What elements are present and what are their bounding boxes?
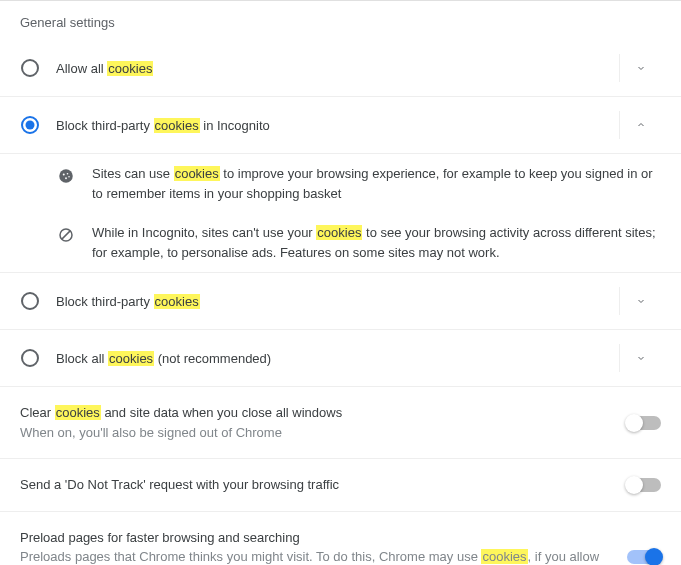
toggle-dnt-row: Send a 'Do Not Track' request with your … [0,459,681,512]
svg-point-10 [22,293,38,309]
option-block-third-party[interactable]: Block third-party cookies [0,273,681,330]
svg-point-3 [59,169,73,183]
toggle-title: Clear cookies and site data when you clo… [20,403,607,423]
option-allow-all[interactable]: Allow all cookies [0,40,681,97]
toggle-subtitle: Preloads pages that Chrome thinks you mi… [20,547,607,565]
svg-point-4 [63,174,65,176]
svg-line-9 [62,231,70,239]
toggle-clear-cookies[interactable] [627,416,661,430]
cookie-icon [56,166,76,186]
option-detail-block: Sites can use cookies to improve your br… [0,154,681,273]
radio-icon-selected [20,115,40,135]
option-label: Block third-party cookies [56,294,609,309]
radio-icon [20,58,40,78]
block-icon [56,225,76,245]
detail-text: Sites can use cookies to improve your br… [92,164,661,203]
toggle-do-not-track[interactable] [627,478,661,492]
collapse-button[interactable] [619,111,661,139]
option-block-all[interactable]: Block all cookies (not recommended) [0,330,681,387]
svg-point-2 [26,121,35,130]
toggle-title: Send a 'Do Not Track' request with your … [20,475,607,495]
radio-icon [20,348,40,368]
svg-point-11 [22,350,38,366]
toggle-subtitle: When on, you'll also be signed out of Ch… [20,423,607,443]
toggle-clear-cookies-row: Clear cookies and site data when you clo… [0,387,681,459]
chevron-up-icon [635,119,647,131]
chevron-down-icon [635,295,647,307]
chevron-down-icon [635,352,647,364]
toggle-title: Preload pages for faster browsing and se… [20,528,607,548]
option-label: Block third-party cookies in Incognito [56,118,609,133]
section-heading: General settings [0,1,681,40]
expand-button[interactable] [619,287,661,315]
svg-point-6 [65,177,67,179]
detail-text: While in Incognito, sites can't use your… [92,223,661,262]
option-block-third-party-incognito[interactable]: Block third-party cookies in Incognito [0,97,681,154]
option-label: Block all cookies (not recommended) [56,351,609,366]
svg-point-5 [67,173,69,175]
svg-point-7 [68,176,70,178]
toggle-preload-row: Preload pages for faster browsing and se… [0,512,681,566]
toggle-preload-pages[interactable] [627,550,661,564]
option-label: Allow all cookies [56,61,609,76]
chevron-down-icon [635,62,647,74]
radio-icon [20,291,40,311]
svg-point-0 [22,60,38,76]
expand-button[interactable] [619,54,661,82]
expand-button[interactable] [619,344,661,372]
